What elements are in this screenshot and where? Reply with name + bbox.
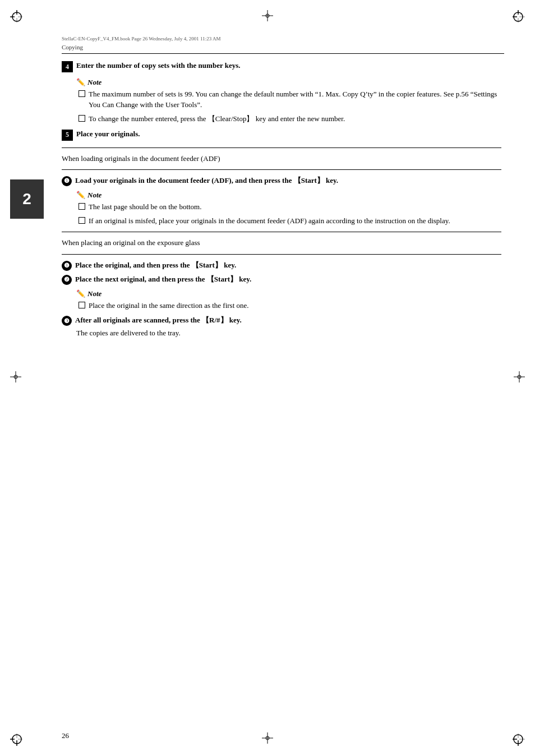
chapter-tab: 2 <box>10 179 44 219</box>
glass-step-1-number: ❶ <box>62 261 72 271</box>
adf-note-section: ✏️ Note The last page should be on the b… <box>62 191 501 227</box>
adf-note-item-2: If an original is misfed, place your ori… <box>76 216 501 227</box>
corner-mark-tl <box>10 10 33 33</box>
adf-note-checkbox-2 <box>79 217 85 224</box>
step-5-number: 5 <box>62 130 73 141</box>
main-content: 4 Enter the number of copy sets with the… <box>62 61 501 711</box>
note-pencil-icon: ✏️ <box>76 78 85 87</box>
glass-note-checkbox-1 <box>79 302 85 308</box>
glass-note-pencil-icon: ✏️ <box>76 289 85 298</box>
right-center-mark <box>514 371 525 385</box>
glass-step-3-result: The copies are delivered to the tray. <box>62 328 501 339</box>
step4-note-label: Note <box>87 78 102 87</box>
glass-divider-bottom <box>62 254 501 255</box>
glass-step-3-number: ❸ <box>62 316 72 326</box>
adf-step-1-number: ❶ <box>62 176 72 186</box>
adf-section-heading: When loading originals in the document f… <box>62 154 501 164</box>
glass-note-section: ✏️ Note Place the original in the same d… <box>62 289 501 311</box>
adf-note-checkbox-1 <box>79 203 85 210</box>
step4-note-section: ✏️ Note The maximum number of sets is 99… <box>62 78 501 125</box>
corner-mark-br <box>502 723 525 746</box>
step-5: 5 Place your originals. <box>62 129 501 141</box>
glass-note-text-1: Place the original in the same direction… <box>89 301 249 311</box>
glass-step-2-text: Place the next original, and then press … <box>75 274 251 284</box>
adf-divider-bottom <box>62 169 501 170</box>
glass-step-1-text: Place the original, and then press the 【… <box>75 260 236 270</box>
glass-section-heading: When placing an original on the exposure… <box>62 238 501 248</box>
adf-step-1: ❶ Load your originals in the document fe… <box>62 176 501 186</box>
glass-step-2: ❷ Place the next original, and then pres… <box>62 274 501 285</box>
glass-note-item-1: Place the original in the same direction… <box>76 301 501 311</box>
bottom-center-mark <box>262 732 273 746</box>
page-number: 26 <box>62 731 69 740</box>
step4-note-item-2: To change the number entered, press the … <box>76 114 501 125</box>
glass-note-header: ✏️ Note <box>76 289 501 298</box>
note-checkbox-1 <box>79 90 85 97</box>
step-4-text: Enter the number of copy sets with the n… <box>76 61 241 71</box>
note-checkbox-2 <box>79 115 85 122</box>
step-4: 4 Enter the number of copy sets with the… <box>62 61 501 72</box>
glass-divider-top <box>62 232 501 232</box>
top-center-mark <box>262 10 273 24</box>
step4-note-item-1: The maximum number of sets is 99. You ca… <box>76 89 501 110</box>
step4-note-text-2: To change the number entered, press the … <box>89 114 345 125</box>
left-center-mark <box>10 371 21 385</box>
step-4-number: 4 <box>62 61 73 72</box>
step4-note-header: ✏️ Note <box>76 78 501 87</box>
glass-step-2-number: ❷ <box>62 275 72 285</box>
adf-note-header: ✏️ Note <box>76 191 501 200</box>
adf-note-label: Note <box>87 191 102 200</box>
adf-note-text-2: If an original is misfed, place your ori… <box>89 216 450 227</box>
glass-step-1: ❶ Place the original, and then press the… <box>62 260 501 271</box>
adf-step-1-text: Load your originals in the document feed… <box>75 176 338 186</box>
glass-step-3: ❸ After all originals are scanned, press… <box>62 315 501 326</box>
corner-mark-tr <box>502 10 525 33</box>
adf-note-pencil-icon: ✏️ <box>76 191 85 200</box>
corner-mark-bl <box>10 723 33 746</box>
glass-note-label: Note <box>87 289 102 298</box>
adf-note-item-1: The last page should be on the bottom. <box>76 202 501 213</box>
header-divider <box>62 53 504 54</box>
adf-divider-top <box>62 147 501 148</box>
chapter-number: 2 <box>22 190 31 208</box>
step-5-text: Place your originals. <box>76 129 140 139</box>
file-info: StellaC-EN-CopyF_V4_FM.book Page 26 Wedn… <box>62 36 220 42</box>
section-label: Copying <box>62 44 83 50</box>
adf-note-text-1: The last page should be on the bottom. <box>89 202 201 213</box>
step4-note-text-1: The maximum number of sets is 99. You ca… <box>89 89 501 110</box>
glass-step-3-text: After all originals are scanned, press t… <box>75 315 242 325</box>
